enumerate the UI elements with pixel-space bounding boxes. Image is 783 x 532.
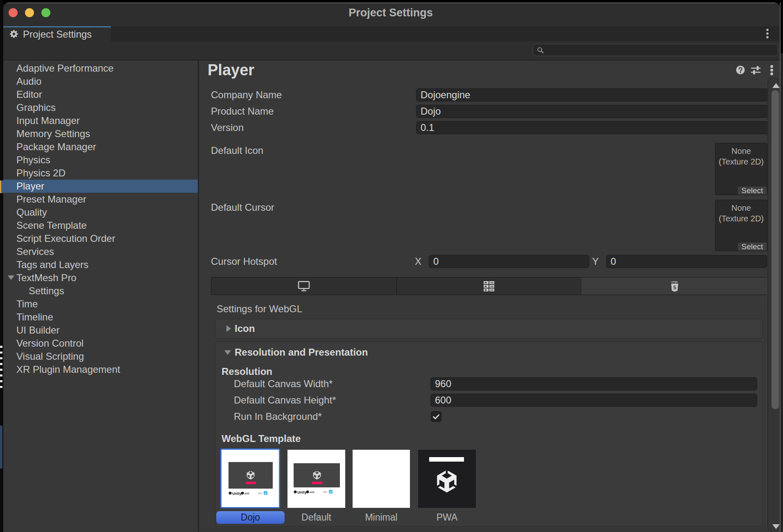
svg-text:asil.: asil. (310, 490, 315, 494)
svg-text:asil.: asil. (244, 491, 250, 495)
svg-text:HTML: HTML (671, 281, 678, 283)
svg-text:wylv: wylv (258, 492, 262, 494)
svg-text:5: 5 (673, 284, 676, 291)
svg-text:Unity: Unity (297, 490, 307, 494)
svg-text:Unity: Unity (232, 491, 242, 496)
svg-text:wylv: wylv (323, 491, 327, 493)
